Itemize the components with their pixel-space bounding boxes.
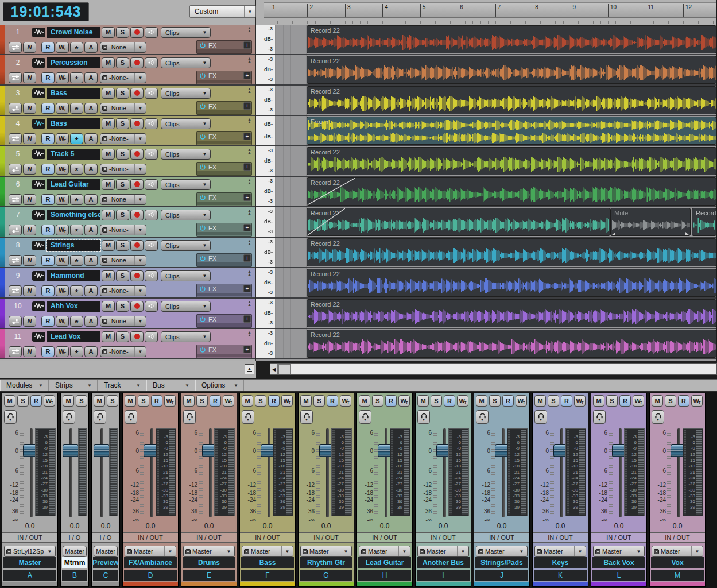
automation-write-button[interactable]: WT: [56, 346, 69, 357]
mixer-strip[interactable]: MSRWT ▼ 60-6-12-18-24-36-∞ -3-6-9-12-15-…: [298, 393, 354, 587]
arm-record-button[interactable]: [130, 118, 144, 129]
notes-button[interactable]: N: [23, 133, 36, 144]
edit-filter-dropdown[interactable]: Clips ▼: [161, 331, 211, 342]
track-name[interactable]: Bass: [47, 118, 100, 129]
automation-write-button[interactable]: WT: [56, 194, 69, 205]
strip-name[interactable]: Back Vox: [592, 557, 645, 568]
scroll-left-button[interactable]: ◀: [270, 364, 278, 374]
timeline-ruler[interactable]: 123456789101112: [256, 0, 716, 25]
collapse-pane-button[interactable]: ▲: [245, 364, 254, 374]
scrollbar-thumb[interactable]: [278, 364, 291, 374]
archive-button[interactable]: A: [84, 72, 98, 83]
eq-icon-button[interactable]: [9, 103, 22, 114]
audio-clip[interactable]: Record 22: [307, 208, 610, 236]
strip-name[interactable]: Rhythm Gtr: [300, 557, 352, 568]
chevron-down-icon[interactable]: ▼: [199, 210, 210, 220]
chevron-down-icon[interactable]: ▼: [44, 546, 55, 556]
strip-name[interactable]: Another Bus: [417, 557, 470, 568]
read-button[interactable]: R: [385, 395, 397, 407]
input-dropdown[interactable]: -None- ▼: [100, 164, 146, 175]
collapse-track-icon[interactable]: ▲▲: [247, 331, 251, 336]
audio-clip[interactable]: Frozen: [307, 117, 716, 145]
track-header[interactable]: 10 Ahh Vox M S Clips ▼ ▲▲ N: [0, 299, 255, 329]
fx-bypass-button[interactable]: *: [70, 255, 83, 266]
track-name[interactable]: Percussion: [47, 57, 100, 68]
track-name[interactable]: Bass: [47, 88, 100, 99]
fade-in-handle[interactable]: [307, 178, 355, 205]
automation-read-button[interactable]: R: [41, 346, 55, 357]
chevron-down-icon[interactable]: ▼: [199, 28, 210, 37]
mixer-strip[interactable]: MSRWT ▼ 60-6-12-18-24-36-∞ -3-6-9-12-15-…: [2, 393, 58, 587]
arm-record-button[interactable]: [130, 270, 144, 281]
phones-button[interactable]: ▼: [63, 410, 75, 424]
output-button[interactable]: Master: [94, 546, 118, 557]
mute-button[interactable]: M: [102, 149, 115, 160]
chevron-down-icon[interactable]: ▼: [223, 546, 234, 556]
chevron-down-icon[interactable]: ▼: [199, 271, 210, 281]
input-dropdown[interactable]: -None- ▼: [100, 285, 146, 296]
strip-name[interactable]: Vox: [651, 557, 704, 568]
write-button[interactable]: WT: [223, 395, 234, 407]
eq-icon-button[interactable]: [9, 285, 22, 296]
chevron-down-icon[interactable]: ▼: [199, 88, 210, 98]
solo-button[interactable]: S: [548, 395, 559, 407]
write-button[interactable]: WT: [164, 395, 176, 407]
notes-button[interactable]: N: [23, 164, 36, 175]
add-fx-button[interactable]: +: [243, 346, 251, 353]
chevron-down-icon[interactable]: ▼: [134, 103, 146, 113]
output-dropdown[interactable]: Master▼: [476, 546, 528, 557]
automation-read-button[interactable]: R: [41, 285, 55, 296]
track-header[interactable]: 8 Strings M S Clips ▼ ▲▲ N R: [0, 238, 255, 268]
edit-filter-dropdown[interactable]: Clips ▼: [161, 179, 211, 190]
notes-button[interactable]: N: [23, 346, 36, 357]
phones-button[interactable]: ▼: [359, 410, 371, 424]
add-fx-button[interactable]: +: [243, 102, 251, 110]
mute-button[interactable]: M: [102, 270, 115, 281]
phones-button[interactable]: ▼: [417, 410, 430, 424]
mute-button[interactable]: M: [102, 57, 115, 68]
audio-clip[interactable]: Record 22: [307, 25, 716, 53]
write-button[interactable]: WT: [633, 395, 644, 407]
read-button[interactable]: R: [619, 395, 631, 407]
mixer-strip[interactable]: MSRWT ▼ 60-6-12-18-24-36-∞ -3-6-9-12-15-…: [532, 393, 588, 587]
fx-rack[interactable]: FX +: [196, 223, 252, 237]
audio-clip[interactable]: Record 22: [307, 330, 716, 358]
collapse-track-icon[interactable]: ▲▲: [247, 26, 251, 32]
chevron-down-icon[interactable]: ▼: [199, 332, 210, 342]
solo-button[interactable]: S: [489, 395, 501, 407]
input-dropdown[interactable]: -None- ▼: [100, 316, 146, 327]
write-button[interactable]: WT: [574, 395, 586, 407]
fx-rack[interactable]: FX +: [196, 162, 252, 176]
chevron-down-icon[interactable]: ▼: [633, 546, 644, 556]
audio-clip[interactable]: Record 2: [692, 208, 716, 236]
mute-button[interactable]: M: [183, 395, 195, 407]
write-button[interactable]: WT: [516, 395, 527, 407]
notes-button[interactable]: N: [23, 194, 36, 205]
eq-icon-button[interactable]: [9, 225, 22, 235]
output-dropdown[interactable]: StrLyl12Sp▼: [4, 546, 56, 557]
solo-button[interactable]: S: [116, 88, 129, 99]
fx-rack[interactable]: FX +: [196, 101, 252, 115]
solo-button[interactable]: S: [606, 395, 618, 407]
output-dropdown[interactable]: Master▼: [534, 546, 586, 557]
write-button[interactable]: WT: [457, 395, 468, 407]
fx-rack[interactable]: FX +: [196, 345, 252, 358]
add-fx-button[interactable]: +: [243, 133, 251, 140]
chevron-down-icon[interactable]: ▼: [199, 149, 210, 159]
fx-bypass-button[interactable]: *: [70, 285, 83, 296]
arm-record-button[interactable]: [130, 27, 144, 38]
chevron-down-icon[interactable]: ▼: [134, 195, 146, 204]
automation-write-button[interactable]: WT: [56, 255, 69, 266]
input-echo-button[interactable]: [145, 27, 158, 38]
track-header[interactable]: 11 Lead Vox M S Clips ▼ ▲▲ N: [0, 329, 255, 359]
track-lane[interactable]: -3dB--3 Record 22: [256, 146, 716, 177]
phones-button[interactable]: ▼: [94, 410, 106, 424]
mute-button[interactable]: M: [102, 27, 115, 38]
menu-modules[interactable]: Modules▼: [0, 380, 49, 391]
track-lane[interactable]: -3dB--3 Record 22: [256, 86, 716, 116]
mute-button[interactable]: M: [242, 395, 253, 407]
mixer-strip[interactable]: MSRWT ▼ 60-6-12-18-24-36-∞ -3-6-9-12-15-…: [239, 393, 296, 587]
fx-rack[interactable]: FX +: [196, 131, 252, 145]
edit-filter-dropdown[interactable]: Clips ▼: [161, 210, 211, 220]
edit-filter-dropdown[interactable]: Clips ▼: [161, 118, 211, 129]
